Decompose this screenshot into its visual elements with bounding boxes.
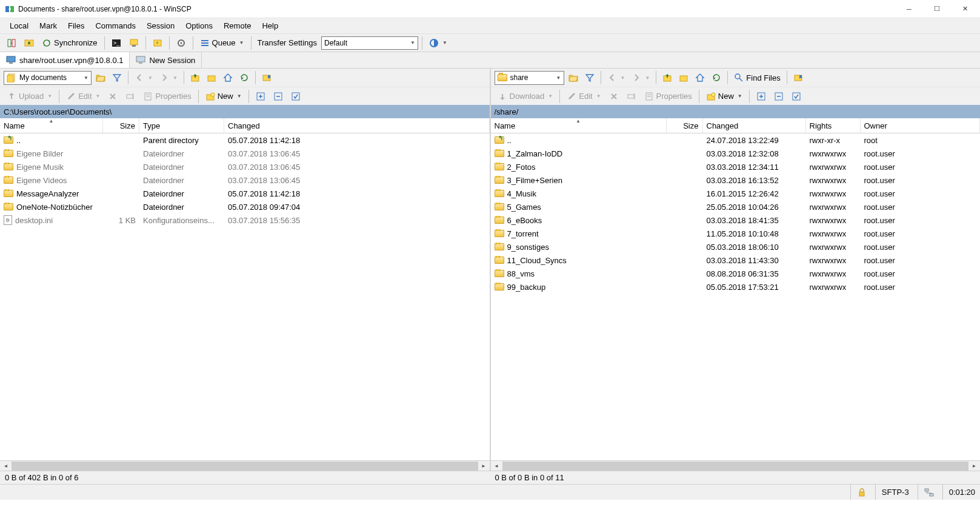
table-row[interactable]: 88_vms08.08.2018 06:31:35rwxrwxrwxroot.u… — [491, 267, 981, 280]
session-tab-new[interactable]: New Session — [130, 52, 202, 68]
table-row[interactable]: MessageAnalyzerDateiordner05.07.2018 11:… — [0, 187, 490, 200]
local-back-button[interactable]: ▼ — [132, 70, 155, 85]
table-row[interactable]: 99_backup05.05.2018 17:53:21rwxrwxrwxroo… — [491, 280, 981, 294]
remote-drive-select[interactable]: share ▼ — [495, 71, 564, 85]
remote-delete-icon[interactable] — [606, 89, 622, 104]
local-header-changed[interactable]: Changed — [224, 118, 490, 133]
queue-button[interactable]: Queue▼ — [197, 36, 247, 50]
folder-icon — [498, 74, 507, 81]
svg-rect-21 — [136, 56, 145, 62]
remote-filter-icon[interactable] — [582, 70, 597, 85]
local-selectall-icon[interactable] — [288, 89, 304, 104]
minimize-button[interactable]: ─ — [895, 0, 923, 18]
synchronize-button[interactable]: Synchronize — [39, 36, 101, 50]
local-rename-icon[interactable] — [122, 89, 138, 104]
transfer-settings-select[interactable]: Default▼ — [321, 36, 418, 50]
table-row[interactable]: 1_Zalman-IoDD03.03.2018 12:32:08rwxrwxrw… — [491, 147, 981, 160]
table-row[interactable]: 2_Fotos03.03.2018 12:34:11rwxrwxrwxroot.… — [491, 160, 981, 173]
local-new-button[interactable]: New▼ — [202, 89, 245, 104]
local-bookmarks-icon[interactable] — [259, 70, 274, 85]
remote-minus-icon[interactable] — [771, 89, 787, 104]
download-button[interactable]: Download▼ — [495, 89, 556, 104]
local-edit-button[interactable]: Edit▼ — [63, 89, 103, 104]
putty-icon[interactable] — [126, 36, 142, 50]
local-root-dir-icon[interactable] — [204, 70, 219, 85]
preferences-icon[interactable] — [173, 36, 189, 50]
remote-parent-dir-icon[interactable] — [660, 70, 675, 85]
table-row[interactable]: Eigene BilderDateiordner03.07.2018 13:06… — [0, 147, 490, 160]
local-minus-icon[interactable] — [270, 89, 286, 104]
table-row[interactable]: ..24.07.2018 13:22:49rwxr-xr-xroot — [491, 133, 981, 147]
remote-plus-icon[interactable] — [753, 89, 769, 104]
table-row[interactable]: OneNote-NotizbücherDateiordner05.07.2018… — [0, 200, 490, 213]
menu-mark[interactable]: Mark — [35, 19, 62, 32]
remote-header-owner[interactable]: Owner — [861, 118, 981, 133]
table-row[interactable]: 3_Filme+Serien03.03.2018 16:13:52rwxrwxr… — [491, 173, 981, 187]
table-row[interactable]: 5_Games25.05.2018 10:04:26rwxrwxrwxroot.… — [491, 200, 981, 213]
menu-files[interactable]: Files — [63, 19, 89, 32]
find-files-button[interactable]: Find Files — [732, 70, 782, 85]
remote-properties-button[interactable]: Properties — [641, 89, 695, 104]
remote-selectall-icon[interactable] — [788, 89, 804, 104]
remote-bookmarks-icon[interactable] — [791, 70, 805, 85]
local-header-size[interactable]: Size — [103, 118, 139, 133]
local-delete-icon[interactable] — [105, 89, 121, 104]
local-h-scrollbar[interactable]: ◄► — [0, 460, 490, 471]
table-row[interactable]: ..Parent directory05.07.2018 11:42:18 — [0, 133, 490, 147]
local-path-bar[interactable]: C:\Users\root.user\Documents\ — [0, 105, 490, 118]
table-row[interactable]: 7_torrent11.05.2018 10:10:48rwxrwxrwxroo… — [491, 227, 981, 240]
compare-icon[interactable] — [21, 36, 37, 50]
remote-header-rights[interactable]: Rights — [806, 118, 861, 133]
local-filter-icon[interactable] — [110, 70, 124, 85]
remote-header-size[interactable]: Size — [667, 118, 703, 133]
remote-refresh-icon[interactable] — [709, 70, 724, 85]
remote-open-folder-icon[interactable] — [566, 70, 581, 85]
session-color-icon[interactable]: ▼ — [426, 36, 450, 50]
remote-home-icon[interactable] — [693, 70, 707, 85]
close-button[interactable]: ✕ — [951, 0, 979, 18]
remote-root-dir-icon[interactable] — [676, 70, 691, 85]
remote-forward-button[interactable]: ▼ — [629, 70, 652, 85]
menu-local[interactable]: Local — [5, 19, 33, 32]
remote-file-list[interactable]: ..24.07.2018 13:22:49rwxr-xr-xroot1_Zalm… — [491, 133, 981, 460]
table-row[interactable]: Eigene VideosDateiordner03.07.2018 13:06… — [0, 173, 490, 187]
menu-remote[interactable]: Remote — [219, 19, 256, 32]
menu-session[interactable]: Session — [142, 19, 179, 32]
remote-edit-button[interactable]: Edit▼ — [564, 89, 604, 104]
table-row[interactable]: 6_eBooks03.03.2018 18:41:35rwxrwxrwxroot… — [491, 213, 981, 227]
local-properties-button[interactable]: Properties — [140, 89, 194, 104]
local-file-list[interactable]: ..Parent directory05.07.2018 11:42:18Eig… — [0, 133, 490, 460]
table-row[interactable]: 9_sonstiges05.03.2018 18:06:10rwxrwxrwxr… — [491, 240, 981, 253]
local-header-type[interactable]: Type — [139, 118, 224, 133]
local-home-icon[interactable] — [221, 70, 235, 85]
console-icon[interactable]: >_ — [108, 36, 124, 50]
table-row[interactable]: desktop.ini1 KBKonfigurationseins...03.0… — [0, 213, 490, 227]
remote-new-button[interactable]: New▼ — [703, 89, 745, 104]
remote-back-button[interactable]: ▼ — [605, 70, 628, 85]
session-tab-active[interactable]: share/root.user.vpn@10.8.0.1 — [0, 52, 130, 68]
local-forward-button[interactable]: ▼ — [157, 70, 180, 85]
sync-browse-icon[interactable] — [4, 36, 19, 50]
local-parent-dir-icon[interactable] — [188, 70, 202, 85]
local-drive-select[interactable]: My documents ▼ — [4, 71, 92, 85]
add-bookmark-icon[interactable]: + — [150, 36, 165, 50]
remote-h-scrollbar[interactable]: ◄► — [491, 460, 981, 471]
table-row[interactable]: 11_Cloud_Syncs03.03.2018 11:43:30rwxrwxr… — [491, 253, 981, 267]
remote-rename-icon[interactable] — [624, 89, 639, 104]
table-row[interactable]: Eigene MusikDateiordner03.07.2018 13:06:… — [0, 160, 490, 173]
menu-options[interactable]: Options — [181, 19, 218, 32]
upload-button[interactable]: Upload▼ — [4, 89, 55, 104]
maximize-button[interactable]: ☐ — [923, 0, 951, 18]
menu-help[interactable]: Help — [257, 19, 283, 32]
table-row[interactable]: 4_Musik16.01.2015 12:26:42rwxrwxrwxroot.… — [491, 187, 981, 200]
menu-bar: LocalMarkFilesCommandsSessionOptionsRemo… — [0, 18, 980, 33]
remote-header-changed[interactable]: Changed — [703, 118, 806, 133]
local-header-name[interactable]: ▲Name — [0, 118, 103, 133]
local-refresh-icon[interactable] — [237, 70, 252, 85]
menu-commands[interactable]: Commands — [90, 19, 140, 32]
local-plus-icon[interactable] — [253, 89, 268, 104]
remote-header-name[interactable]: ▲Name — [491, 118, 667, 133]
new-session-icon — [136, 55, 145, 65]
local-open-folder-icon[interactable] — [93, 70, 108, 85]
remote-path-bar[interactable]: /share/ — [491, 105, 981, 118]
